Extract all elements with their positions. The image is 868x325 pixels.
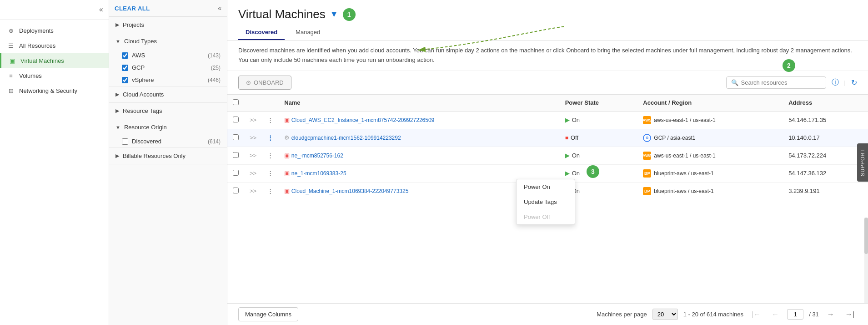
sidebar-item-virtual-machines[interactable]: ▣ Virtual Machines [0, 53, 109, 68]
tab-discovered[interactable]: Discovered [238, 25, 285, 40]
support-tab[interactable]: SUPPORT [857, 143, 868, 182]
filter-section-cloud-accounts: ▶ Cloud Accounts [109, 86, 227, 103]
divider: | [844, 79, 846, 86]
row-menu-5[interactable]: ⋮ [262, 182, 279, 200]
filter-section-projects: ▶ Projects [109, 17, 227, 33]
filter-section-projects-header[interactable]: ▶ Projects [109, 17, 227, 33]
filter-item-vsphere: vSphere (446) [109, 74, 227, 86]
filter-item-discovered: Discovered (614) [109, 135, 227, 147]
row-name-text-1: Cloud_AWS_EC2_Instance_1-mcm875742-20992… [291, 117, 434, 123]
power-on-icon-3: ▶ [565, 152, 570, 159]
filter-section-billable-label: Billable Resources Only [123, 152, 186, 159]
prev-page-button[interactable]: ← [769, 310, 782, 320]
virtual-machines-icon: ▣ [9, 57, 16, 64]
filter-section-cloud-accounts-header[interactable]: ▶ Cloud Accounts [109, 86, 227, 102]
context-menu: Power On Update Tags Power Off [516, 179, 575, 225]
manage-columns-button[interactable]: Manage Columns [238, 307, 298, 321]
row-select-4[interactable] [233, 170, 239, 176]
row-expand-2[interactable]: >> [244, 129, 262, 147]
onboard-button[interactable]: ⊙ ONBOARD [238, 76, 291, 90]
gcp-count: (25) [211, 65, 221, 71]
search-icon: 🔍 [731, 79, 738, 86]
page-title: Virtual Machines [238, 7, 326, 21]
row-menu-3[interactable]: ⋮ [262, 147, 279, 164]
gcp-label[interactable]: GCP [132, 64, 211, 71]
row-menu-4[interactable]: ⋮ [262, 164, 279, 182]
info-icon[interactable]: ⓘ [832, 78, 839, 87]
filter-funnel-icon[interactable]: ▼ [330, 10, 338, 19]
page-title-row: Virtual Machines ▼ 1 [238, 7, 857, 21]
filter-section-cloud-accounts-label: Cloud Accounts [123, 91, 164, 98]
sidebar-item-virtual-machines-label: Virtual Machines [20, 57, 64, 64]
table-row: >> ⋮ ⚙ cloudgcpmachine1-mcm1562-10991422… [227, 129, 868, 147]
vm-icon-1: ▣ [284, 117, 291, 123]
aws-label[interactable]: AWS [132, 52, 208, 59]
gcp-checkbox[interactable] [122, 65, 128, 71]
row-expand-1[interactable]: >> [244, 111, 262, 129]
row-address-2: 10.140.0.17 [783, 129, 868, 147]
row-expand-3[interactable]: >> [244, 147, 262, 164]
discovered-label[interactable]: Discovered [132, 138, 208, 145]
search-input[interactable] [741, 79, 821, 86]
badge-1: 1 [343, 8, 356, 21]
row-menu-1[interactable]: ⋮ [262, 111, 279, 129]
sidebar-item-deployments[interactable]: ⊕ Deployments [0, 23, 109, 38]
col-address: Address [783, 95, 868, 112]
clear-all-button[interactable]: CLEAR ALL [115, 5, 150, 12]
filter-section-billable: ▶ Billable Resources Only [109, 148, 227, 164]
context-menu-power-on[interactable]: Power On [517, 179, 575, 194]
sidebar-item-all-resources[interactable]: ☰ All Resources [0, 38, 109, 53]
select-all-checkbox[interactable] [233, 99, 239, 105]
sidebar-collapse-button[interactable]: « [99, 5, 103, 14]
gcp-badge-2: G [643, 134, 651, 142]
sidebar-item-deployments-label: Deployments [19, 27, 54, 34]
first-page-button[interactable]: |← [749, 310, 763, 320]
col-name: Name [279, 95, 559, 112]
per-page-select[interactable]: 20 50 100 [652, 309, 678, 320]
vsphere-label[interactable]: vSphere [132, 76, 208, 83]
filter-section-cloud-types: ▼ Cloud Types AWS (143) GCP (25) vSphere… [109, 33, 227, 86]
next-page-button[interactable]: → [824, 310, 837, 320]
chevron-right-icon-4: ▶ [115, 153, 119, 159]
filter-panel: CLEAR ALL « ▶ Projects ▼ Cloud Types AWS… [109, 0, 227, 325]
row-menu-2[interactable]: ⋮ [262, 129, 279, 147]
filter-section-resource-origin-header[interactable]: ▼ Resource Origin [109, 119, 227, 135]
row-address-5: 3.239.9.191 [783, 182, 868, 200]
blueprint-badge-5: BP [643, 187, 651, 195]
row-expand-4[interactable]: >> [244, 164, 262, 182]
row-name-3: ▣ ne_-mcm852756-162 [279, 147, 559, 164]
blueprint-badge-4: BP [643, 169, 651, 178]
total-pages: / 31 [809, 311, 819, 318]
refresh-icon[interactable]: ↻ [851, 78, 857, 87]
filter-section-billable-header[interactable]: ▶ Billable Resources Only [109, 148, 227, 164]
row-select-2[interactable] [233, 134, 239, 140]
power-state-text-2: Off [571, 134, 578, 141]
last-page-button[interactable]: →| [843, 310, 857, 320]
row-select-3[interactable] [233, 152, 239, 158]
scrollbar-thumb[interactable] [864, 218, 868, 254]
search-box: 🔍 [726, 76, 826, 89]
row-expand-5[interactable]: >> [244, 182, 262, 200]
row-select-5[interactable] [233, 188, 239, 193]
filter-panel-collapse-button[interactable]: « [218, 5, 221, 12]
aws-badge-1: AWS [643, 116, 651, 124]
row-select-1[interactable] [233, 117, 239, 122]
row-account-2: G GCP / asia-east1 [637, 129, 783, 147]
tab-managed[interactable]: Managed [288, 25, 327, 40]
sidebar-item-all-resources-label: All Resources [19, 42, 55, 49]
aws-count: (143) [208, 52, 221, 59]
sidebar-item-volumes[interactable]: ≡ Volumes [0, 68, 109, 83]
filter-item-aws: AWS (143) [109, 49, 227, 61]
scrollbar[interactable] [864, 218, 868, 303]
filter-section-cloud-types-header[interactable]: ▼ Cloud Types [109, 33, 227, 49]
sidebar-item-networking-security[interactable]: ⊟ Networking & Security [0, 83, 109, 98]
vsphere-checkbox[interactable] [122, 77, 128, 83]
discovered-checkbox[interactable] [122, 138, 128, 145]
context-menu-update-tags[interactable]: Update Tags [517, 194, 575, 209]
filter-section-resource-tags-header[interactable]: ▶ Resource Tags [109, 103, 227, 119]
all-resources-icon: ☰ [7, 42, 15, 49]
page-input[interactable] [787, 309, 803, 320]
power-state-text-1: On [572, 117, 580, 123]
aws-checkbox[interactable] [122, 52, 128, 59]
chevron-down-icon-2: ▼ [115, 125, 120, 130]
